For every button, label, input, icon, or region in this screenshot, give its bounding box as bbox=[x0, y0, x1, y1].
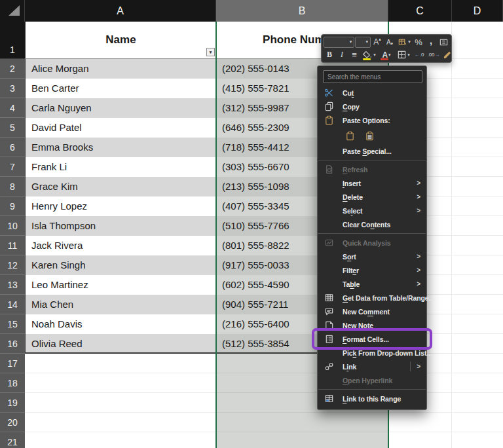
cell-C21[interactable] bbox=[388, 432, 452, 448]
cell-A16-name[interactable]: Olivia Reed bbox=[25, 334, 216, 354]
row-header-18[interactable]: 18 bbox=[0, 373, 25, 393]
menu-item-link[interactable]: Link> bbox=[318, 360, 426, 373]
borders-button[interactable]: ▾ bbox=[395, 49, 412, 61]
column-header-C[interactable]: C bbox=[388, 0, 452, 22]
font-name-dropdown[interactable]: ▾ bbox=[324, 37, 354, 48]
grow-font-button[interactable]: A▴ bbox=[371, 36, 383, 48]
menu-item-sort[interactable]: Sort> bbox=[318, 250, 426, 263]
shrink-font-button[interactable]: A▾ bbox=[384, 36, 396, 48]
row-header-3[interactable]: 3 bbox=[0, 79, 25, 98]
menu-item-filter[interactable]: Filter> bbox=[318, 263, 426, 277]
paste-special-doc-button[interactable] bbox=[362, 129, 377, 142]
cell-D10[interactable] bbox=[452, 216, 503, 236]
menu-item-cut[interactable]: Cut bbox=[318, 86, 426, 100]
menu-item-insert[interactable]: Insert> bbox=[318, 176, 426, 190]
select-all-corner[interactable] bbox=[0, 0, 25, 22]
menu-item-pick-from-drop-down-list[interactable]: Pick From Drop-down List... bbox=[318, 346, 426, 360]
percent-style-button[interactable]: % bbox=[413, 36, 424, 48]
cell-A5-name[interactable]: David Patel bbox=[25, 118, 216, 138]
cell-A12-name[interactable]: Karen Singh bbox=[25, 255, 216, 275]
comma-style-button[interactable]: , bbox=[425, 36, 437, 48]
cell-A17[interactable] bbox=[25, 354, 216, 373]
cell-A9-name[interactable]: Henry Lopez bbox=[25, 196, 216, 216]
cell-A18[interactable] bbox=[25, 373, 216, 393]
cell-D13[interactable] bbox=[452, 275, 503, 295]
cell-A11-name[interactable]: Jack Rivera bbox=[25, 236, 216, 255]
row-header-13[interactable]: 13 bbox=[0, 275, 25, 295]
cell-B21[interactable] bbox=[216, 432, 388, 448]
cell-A19[interactable] bbox=[25, 393, 216, 413]
cell-D19[interactable] bbox=[452, 393, 503, 413]
cell-A4-name[interactable]: Carla Nguyen bbox=[25, 98, 216, 118]
cell-D1[interactable] bbox=[452, 22, 503, 59]
cell-D7[interactable] bbox=[452, 157, 503, 177]
menu-item-table[interactable]: Table> bbox=[318, 277, 426, 291]
row-header-20[interactable]: 20 bbox=[0, 413, 25, 432]
cell-A13-name[interactable]: Leo Martinez bbox=[25, 275, 216, 295]
cell-A21[interactable] bbox=[25, 432, 216, 448]
menu-item-paste-options[interactable]: Paste Options: bbox=[318, 113, 426, 127]
menu-item-select[interactable]: Select> bbox=[318, 204, 426, 217]
column-header-B[interactable]: B bbox=[216, 0, 388, 22]
decrease-decimal-button[interactable]: .00→ bbox=[426, 49, 441, 61]
menu-item-new-note[interactable]: New Note bbox=[318, 318, 426, 332]
cell-styles-button[interactable]: ▾ bbox=[396, 36, 412, 48]
row-header-4[interactable]: 4 bbox=[0, 98, 25, 118]
cell-D5[interactable] bbox=[452, 118, 503, 138]
align-lines-button[interactable]: ≡ bbox=[348, 49, 360, 61]
paste-clipboard-button[interactable] bbox=[343, 129, 357, 142]
cell-D9[interactable] bbox=[452, 196, 503, 216]
increase-decimal-button[interactable]: ←.0 bbox=[413, 49, 426, 61]
row-header-15[interactable]: 15 bbox=[0, 314, 25, 334]
menu-item-new-comment[interactable]: New Comment bbox=[318, 305, 426, 318]
cell-D6[interactable] bbox=[452, 138, 503, 157]
cell-C20[interactable] bbox=[388, 413, 452, 432]
row-header-21[interactable]: 21 bbox=[0, 432, 25, 448]
cell-D2[interactable] bbox=[452, 59, 503, 79]
cell-A8-name[interactable]: Grace Kim bbox=[25, 177, 216, 196]
row-header-6[interactable]: 6 bbox=[0, 138, 25, 157]
cell-B20[interactable] bbox=[216, 413, 388, 432]
cell-D12[interactable] bbox=[452, 255, 503, 275]
row-header-7[interactable]: 7 bbox=[0, 157, 25, 177]
cell-D15[interactable] bbox=[452, 314, 503, 334]
cell-A15-name[interactable]: Noah Davis bbox=[25, 314, 216, 334]
filter-dropdown-button[interactable]: ▾ bbox=[206, 48, 215, 56]
cell-A20[interactable] bbox=[25, 413, 216, 432]
italic-button[interactable]: I bbox=[336, 49, 348, 61]
row-header-16[interactable]: 16 bbox=[0, 334, 25, 354]
row-header-10[interactable]: 10 bbox=[0, 216, 25, 236]
cell-D18[interactable] bbox=[452, 373, 503, 393]
cell-D14[interactable] bbox=[452, 295, 503, 314]
row-header-8[interactable]: 8 bbox=[0, 177, 25, 196]
cell-D8[interactable] bbox=[452, 177, 503, 196]
format-painter-button[interactable] bbox=[441, 49, 453, 61]
cell-D11[interactable] bbox=[452, 236, 503, 255]
row-header-19[interactable]: 19 bbox=[0, 393, 25, 413]
column-header-D[interactable]: D bbox=[452, 0, 503, 22]
cell-A3-name[interactable]: Ben Carter bbox=[25, 79, 216, 98]
row-header-2[interactable]: 2 bbox=[0, 59, 25, 79]
menu-item-clear-contents[interactable]: Clear Contents bbox=[318, 217, 426, 231]
menu-item-copy[interactable]: Copy bbox=[318, 100, 426, 113]
row-header-5[interactable]: 5 bbox=[0, 118, 25, 138]
row-header-12[interactable]: 12 bbox=[0, 255, 25, 275]
cell-A7-name[interactable]: Frank Li bbox=[25, 157, 216, 177]
cell-D20[interactable] bbox=[452, 413, 503, 432]
cell-D3[interactable] bbox=[452, 79, 503, 98]
menu-item-format-cells[interactable]: Format Cells... bbox=[318, 332, 426, 346]
font-size-dropdown[interactable]: ▾ bbox=[355, 37, 371, 48]
cell-A10-name[interactable]: Isla Thompson bbox=[25, 216, 216, 236]
cell-D17[interactable] bbox=[452, 354, 503, 373]
row-header-1[interactable]: 1 bbox=[0, 22, 25, 59]
merge-cells-button[interactable] bbox=[438, 36, 449, 48]
fill-color-button[interactable]: ▾ bbox=[361, 49, 378, 61]
menu-item-get-data-from-table-range[interactable]: Get Data from Table/Range... bbox=[318, 291, 426, 305]
cell-A1-name-header[interactable]: Name▾ bbox=[25, 22, 216, 59]
font-color-button[interactable]: A▾ bbox=[379, 49, 394, 61]
row-header-11[interactable]: 11 bbox=[0, 236, 25, 255]
search-input[interactable] bbox=[323, 70, 422, 83]
cell-A14-name[interactable]: Mia Chen bbox=[25, 295, 216, 314]
menu-item-link-to-this-range[interactable]: Link to this Range bbox=[318, 392, 426, 405]
cell-D16[interactable] bbox=[452, 334, 503, 354]
